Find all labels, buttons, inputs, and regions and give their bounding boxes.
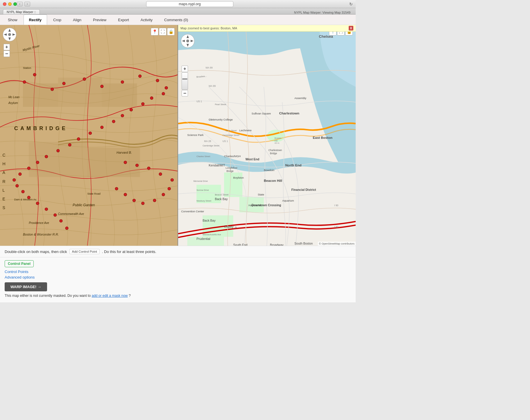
pan-control-right[interactable] [180, 34, 195, 48]
svg-text:42 m: 42 m [275, 142, 279, 144]
svg-rect-7 [0, 25, 178, 246]
mask-link[interactable]: add or edit a mask now [92, 294, 128, 298]
fullscreen-left[interactable]: ⛶ [159, 28, 166, 35]
zoom-out-right[interactable]: − [182, 90, 188, 96]
svg-text:Lechmere: Lechmere [239, 129, 252, 132]
svg-text:Massachusetts Ave: Massachusetts Ave [203, 233, 221, 236]
svg-text:MA 99: MA 99 [209, 85, 216, 87]
svg-text:Beacon Street: Beacon Street [215, 193, 228, 196]
zoom-slider[interactable] [182, 72, 188, 90]
svg-point-48 [101, 126, 103, 129]
svg-text:State Road: State Road [87, 192, 100, 195]
tab-export[interactable]: Export [112, 15, 135, 25]
svg-text:South End: South End [233, 243, 248, 246]
svg-text:MA 28: MA 28 [204, 140, 211, 143]
svg-text:I 90: I 90 [334, 204, 338, 207]
tab-show[interactable]: Show [2, 15, 23, 25]
svg-text:Gore Street: Gore Street [225, 129, 237, 132]
minimize-button[interactable] [8, 2, 12, 6]
svg-point-57 [13, 178, 16, 181]
mask-message-prefix: This map either is not currently masked.… [5, 294, 92, 298]
warp-image-button[interactable]: WARP IMAGE! → [5, 282, 47, 291]
zoom-in-left[interactable]: + [3, 44, 10, 50]
svg-text:US 1: US 1 [223, 140, 228, 143]
mask-message: This map either is not currently masked.… [5, 294, 351, 298]
browser-tab-1[interactable]: NYPL Map Warper :: [3, 9, 40, 14]
back-button[interactable]: ‹ [17, 2, 23, 6]
window-buttons [3, 2, 17, 6]
left-zoom-controls: + − [3, 44, 10, 57]
svg-point-46 [121, 114, 124, 117]
svg-text:Memorial Drive: Memorial Drive [194, 180, 208, 182]
svg-point-52 [57, 149, 60, 152]
svg-text:Charlestown: Charlestown [279, 112, 299, 115]
svg-text:Mc Lean: Mc Lean [8, 96, 20, 99]
svg-text:Kendall/MIT: Kendall/MIT [209, 164, 225, 167]
main-content: + − 📍 ⛶ 🔒 [0, 25, 356, 246]
tab-activity[interactable]: Activity [135, 15, 158, 25]
svg-text:Aquarium: Aquarium [282, 199, 294, 202]
svg-text:East Boston: East Boston [313, 136, 333, 139]
svg-text:Charles Street: Charles Street [196, 155, 210, 158]
svg-point-59 [22, 190, 24, 193]
svg-point-50 [77, 138, 80, 141]
control-points-link[interactable]: Control Points [5, 270, 351, 274]
svg-text:State: State [258, 193, 264, 196]
notification-banner: Map zoomed to best guess: Boston, MA X [178, 25, 356, 32]
instruction-prefix: Double-click on both maps, then click [5, 250, 67, 254]
svg-rect-9 [58, 78, 102, 107]
zoom-out-left[interactable]: − [3, 51, 10, 57]
svg-text:Assembly: Assembly [294, 96, 306, 100]
reload-icon[interactable]: ↻ [349, 2, 353, 6]
svg-text:Charlestown: Charlestown [268, 149, 282, 152]
notification-close-button[interactable]: X [349, 26, 353, 30]
svg-point-65 [65, 227, 68, 230]
svg-text:Asylum: Asylum [8, 101, 18, 105]
historical-map-panel[interactable]: + − 📍 ⛶ 🔒 [0, 25, 178, 246]
zoom-in-right[interactable]: + [182, 66, 188, 72]
svg-point-5 [8, 33, 11, 36]
nav-buttons: ‹ › [17, 2, 30, 6]
instruction-bar: Double-click on both maps, then click Ad… [0, 246, 356, 257]
svg-point-75 [147, 167, 150, 170]
advanced-options-link[interactable]: Advanced options [5, 275, 351, 279]
svg-point-43 [150, 97, 153, 100]
svg-point-64 [60, 219, 62, 222]
tab-rectify[interactable]: Rectify [24, 15, 47, 25]
pin-control-left[interactable]: 📍 [151, 28, 158, 35]
tab-preview[interactable]: Preview [87, 15, 112, 25]
maximize-button[interactable] [13, 2, 17, 6]
osm-map-panel[interactable]: Map zoomed to best guess: Boston, MA X +… [178, 25, 356, 246]
tab-align[interactable]: Align [67, 15, 87, 25]
pan-control[interactable] [2, 27, 17, 42]
svg-point-37 [101, 85, 103, 88]
svg-text:US 1: US 1 [196, 100, 202, 103]
tab-crop[interactable]: Crop [48, 15, 67, 25]
svg-text:Bridge: Bridge [270, 152, 277, 155]
svg-text:Bridge: Bridge [226, 170, 234, 173]
close-button[interactable] [3, 2, 6, 6]
browser-tab-1-label: NYPL Map Warper :: [7, 10, 36, 14]
svg-text:Boston & Worcester R.R.: Boston & Worcester R.R. [23, 233, 59, 236]
title-bar: ‹ › maps.nypl.org ↻ [0, 0, 356, 8]
svg-point-70 [153, 199, 156, 202]
svg-point-49 [89, 132, 92, 134]
add-control-point-badge[interactable]: Add Control Point [69, 249, 100, 254]
svg-point-38 [121, 80, 124, 83]
forward-button[interactable]: › [24, 2, 30, 6]
svg-point-36 [83, 78, 86, 80]
svg-text:P: P [235, 226, 237, 230]
lock-left[interactable]: 🔒 [167, 28, 175, 35]
svg-text:Cambridge Street: Cambridge Street [203, 144, 219, 147]
svg-text:Beacon Hill: Beacon Hill [264, 179, 282, 182]
svg-text:CAMBRIDGE: CAMBRIDGE [14, 125, 68, 131]
svg-text:Harvard B.: Harvard B. [117, 151, 132, 154]
svg-point-72 [168, 187, 171, 190]
svg-point-53 [45, 155, 48, 158]
svg-point-45 [130, 108, 132, 111]
tab-comments[interactable]: Comments (0) [159, 15, 194, 25]
url-area: maps.nypl.org [30, 1, 349, 7]
svg-text:R: R [3, 179, 7, 184]
url-bar[interactable]: maps.nypl.org [146, 1, 233, 7]
svg-point-61 [36, 202, 39, 205]
